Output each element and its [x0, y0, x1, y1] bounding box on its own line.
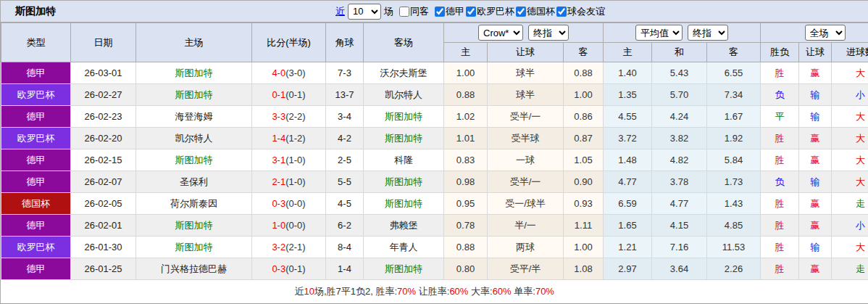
summary-stat-value: 60%	[493, 286, 512, 297]
odds-away-cell: 0.93	[564, 193, 604, 215]
summary-stat-value: 70%	[535, 286, 554, 297]
odds-handicap-cell: 一球	[488, 149, 564, 171]
goals-result-cell: 大	[832, 171, 868, 193]
corners-cell: 4-2	[326, 128, 364, 149]
col-score: 比分(半场)	[252, 23, 326, 62]
result-cell: 胜	[761, 193, 799, 215]
avg-draw-cell: 3.82	[652, 128, 707, 149]
col-away: 客场	[364, 23, 444, 62]
handicap-result-cell: 赢	[799, 62, 832, 84]
home-team: 门兴格拉德巴赫	[136, 258, 252, 280]
league-filter-checkbox[interactable]	[516, 7, 526, 17]
avg-source-select[interactable]: 平均值	[635, 25, 683, 41]
avg-draw-cell: 5.43	[652, 62, 707, 84]
halftime-score: (2-1)	[285, 242, 305, 252]
halftime-score: (1-2)	[285, 133, 305, 144]
avg-draw-cell: 3.64	[652, 258, 707, 280]
recent-count-select[interactable]: 10	[348, 4, 381, 20]
odds-stage-select[interactable]: 终指	[528, 25, 569, 41]
date-cell: 26-03-01	[71, 62, 136, 84]
league-badge: 欧罗巴杯	[1, 128, 71, 149]
odds-home-cell: 1.01	[444, 128, 488, 149]
matches-label: 场	[384, 5, 393, 18]
table-row: 德甲 26-01-25 门兴格拉德巴赫 0-3(0-1) 1-4 斯图加特 0.…	[1, 258, 868, 280]
league-badge: 德甲	[1, 62, 71, 84]
league-filter-checkbox[interactable]	[466, 7, 476, 17]
fulltime-score: 0-1	[272, 89, 285, 100]
goals-result-cell: 大	[832, 106, 868, 128]
summary-stat-value: 10	[304, 286, 314, 297]
away-team: 弗赖堡	[364, 215, 444, 237]
score-cell: 2-1(1-0)	[252, 171, 326, 193]
league-badge: 德甲	[1, 258, 71, 280]
odds-away-cell: 1.00	[564, 84, 604, 106]
home-team: 荷尔斯泰因	[136, 193, 252, 215]
recent-link[interactable]: 近	[335, 5, 345, 18]
avg-draw-cell: 4.82	[652, 149, 707, 171]
home-team: 圣保利	[136, 171, 252, 193]
odds-home-cell: 0.80	[444, 258, 488, 280]
goals-result-cell: 大	[832, 237, 868, 258]
summary-stat-label: 近	[295, 286, 304, 297]
goals-result-cell: 走	[832, 258, 868, 280]
fulltime-score: 0-3	[272, 198, 285, 209]
match-stats-panel: 斯图加特 近 10 场 同客 德甲欧罗巴杯德国杯球会友谊 类型 日期 主场 比分…	[0, 0, 868, 304]
corners-cell: 7-3	[326, 62, 364, 84]
away-team: 斯图加特	[364, 258, 444, 280]
result-cell: 胜	[761, 128, 799, 149]
goals-result-cell: 走	[832, 193, 868, 215]
scope-select[interactable]: 全场	[805, 25, 846, 41]
odds-company-select[interactable]: Crow*	[478, 25, 523, 41]
result-cell: 胜	[761, 237, 799, 258]
col-type: 类型	[1, 23, 71, 62]
result-cell: 胜	[761, 215, 799, 237]
goals-result-cell: 大	[832, 62, 868, 84]
home-team: 海登海姆	[136, 106, 252, 128]
avg-home-cell: 1.35	[604, 84, 652, 106]
avg-away-cell: 4.85	[707, 215, 761, 237]
date-cell: 26-02-05	[71, 193, 136, 215]
odds-away-header: 客	[564, 43, 604, 62]
odds-away-cell: 1.05	[564, 149, 604, 171]
avg-stage-select[interactable]: 终指	[688, 25, 728, 41]
same-away-checkbox[interactable]	[399, 7, 409, 17]
handicap-result-cell: 赢	[799, 258, 832, 280]
avg-home-cell: 2.97	[604, 258, 652, 280]
table-row: 德甲 26-02-23 海登海姆 3-3(2-2) 3-4 斯图加特 1.02 …	[1, 106, 868, 128]
avg-away-cell: 7.34	[707, 84, 761, 106]
handicap-result-cell: 赢	[799, 215, 832, 237]
league-filter-checkbox[interactable]	[435, 7, 445, 17]
odds-home-cell: 0.88	[444, 84, 488, 106]
away-team: 凯尔特人	[364, 84, 444, 106]
avg-away-cell: 1.43	[707, 193, 761, 215]
date-cell: 26-01-30	[71, 237, 136, 258]
league-filter-checkbox[interactable]	[556, 7, 567, 17]
away-team: 斯图加特	[364, 193, 444, 215]
odds-handicap-cell: 球半	[488, 84, 564, 106]
avg-draw-cell: 4.15	[652, 215, 707, 237]
odds-handicap-cell: 球半	[488, 62, 564, 84]
avg-draw-header: 和	[652, 43, 707, 62]
league-badge: 欧罗巴杯	[1, 237, 71, 258]
home-team: 斯图加特	[136, 149, 252, 171]
corners-cell: 1-4	[326, 258, 364, 280]
summary-stat-label: 单率:	[512, 286, 535, 297]
corners-cell: 4-5	[326, 193, 364, 215]
goals-result-cell: 小	[832, 215, 868, 237]
league-badge: 德甲	[1, 215, 71, 237]
odds-home-cell: 0.95	[444, 193, 488, 215]
table-row: 欧罗巴杯 26-01-30 斯图加特 3-2(2-1) 8-4 年青人 0.88…	[1, 237, 868, 258]
halftime-score: (0-0)	[285, 198, 305, 209]
odds-away-cell: 0.87	[564, 128, 604, 149]
handicap-result-cell: 赢	[799, 149, 832, 171]
odds-away-cell: 0.90	[564, 171, 604, 193]
avg-draw-cell: 4.77	[652, 193, 707, 215]
score-cell: 3-3(2-2)	[252, 106, 326, 128]
odds-handicap-cell: 两球	[488, 237, 564, 258]
avg-group-header: 平均值 终指	[604, 23, 761, 43]
date-cell: 26-02-23	[71, 106, 136, 128]
corners-cell: 2-5	[326, 149, 364, 171]
corners-cell: 5-5	[326, 171, 364, 193]
goals-result-cell: 大	[832, 128, 868, 149]
odds-handicap-cell: 受半球	[488, 128, 564, 149]
